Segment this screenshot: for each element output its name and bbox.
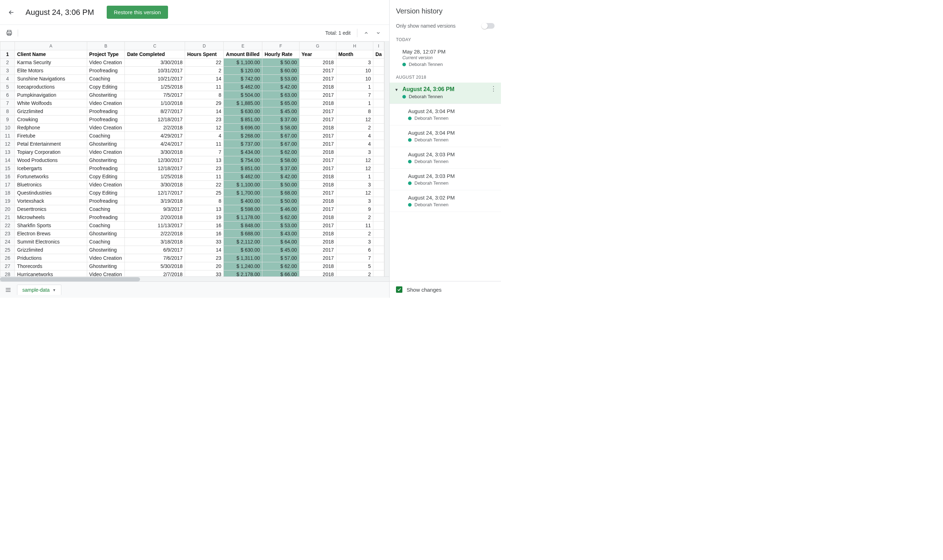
cell[interactable]: Proofreading	[87, 213, 125, 222]
cell[interactable]: $ 737.00	[224, 140, 262, 148]
all-sheets-icon[interactable]	[5, 286, 12, 294]
cell[interactable]: $ 45.00	[262, 108, 299, 115]
cell[interactable]: 8/27/2017	[125, 108, 185, 115]
row-header[interactable]: 26	[0, 254, 15, 262]
cell[interactable]	[373, 181, 384, 189]
cell[interactable]: Electron Brews	[15, 230, 87, 238]
cell[interactable]: Ghostwriting	[87, 156, 125, 165]
cell[interactable]: 2018	[299, 213, 336, 222]
cell[interactable]: 11	[185, 172, 223, 181]
cell[interactable]: 12/17/2017	[125, 189, 185, 197]
cell[interactable]: 3	[336, 181, 373, 189]
more-options-icon[interactable]: ⋮	[490, 88, 497, 90]
version-sub-item[interactable]: August 24, 3:04 PMDeborah Tennen	[389, 104, 501, 125]
cell[interactable]	[373, 189, 384, 197]
cell[interactable]: $ 67.00	[262, 132, 299, 140]
cell[interactable]: $ 598.00	[224, 205, 262, 213]
cell[interactable]: 2017	[299, 165, 336, 172]
cell[interactable]: 12	[336, 189, 373, 197]
cell[interactable]: 3	[336, 238, 373, 246]
cell[interactable]: 4	[336, 132, 373, 140]
version-item-selected[interactable]: ▼ August 24, 3:06 PM Deborah Tennen ⋮	[389, 83, 501, 103]
column-header[interactable]: B	[87, 42, 125, 50]
cell[interactable]: 4/29/2017	[125, 132, 185, 140]
horizontal-scrollbar[interactable]	[0, 277, 389, 282]
cell[interactable]: $ 66.00	[262, 271, 299, 277]
row-header[interactable]: 23	[0, 230, 15, 238]
cell[interactable]: 12/18/2017	[125, 115, 185, 124]
cell[interactable]: 11	[185, 83, 223, 91]
cell[interactable]: $ 462.00	[224, 83, 262, 91]
row-header[interactable]: 20	[0, 205, 15, 213]
cell[interactable]: 22	[185, 58, 223, 67]
cell[interactable]: $ 742.00	[224, 75, 262, 83]
version-sub-item[interactable]: August 24, 3:02 PMDeborah Tennen	[389, 190, 501, 212]
cell[interactable]: 2018	[299, 148, 336, 156]
sheet-tab[interactable]: sample-data ▼	[17, 285, 62, 295]
cell[interactable]: $ 1,885.00	[224, 99, 262, 108]
cell[interactable]: $ 50.00	[262, 181, 299, 189]
cell[interactable]: 23	[185, 254, 223, 262]
header-cell[interactable]: Hourly Rate	[262, 50, 299, 58]
expand-caret-icon[interactable]: ▼	[395, 88, 398, 92]
cell[interactable]: Wood Productions	[15, 156, 87, 165]
header-cell[interactable]: Client Name	[15, 50, 87, 58]
cell[interactable]: $ 45.00	[262, 246, 299, 254]
cell[interactable]: 10	[336, 67, 373, 75]
cell[interactable]: Proofreading	[87, 115, 125, 124]
cell[interactable]: 13	[185, 205, 223, 213]
cell[interactable]	[373, 91, 384, 99]
cell[interactable]: $ 62.00	[262, 213, 299, 222]
row-header[interactable]: 24	[0, 238, 15, 246]
cell[interactable]: 3	[336, 148, 373, 156]
cell[interactable]	[373, 230, 384, 238]
cell[interactable]: Coaching	[87, 238, 125, 246]
cell[interactable]: Microwheels	[15, 213, 87, 222]
cell[interactable]: 2/20/2018	[125, 213, 185, 222]
cell[interactable]: Coaching	[87, 75, 125, 83]
cell[interactable]: Karma Security	[15, 58, 87, 67]
row-header[interactable]: 19	[0, 197, 15, 205]
cell[interactable]: $ 58.00	[262, 156, 299, 165]
header-cell[interactable]: Date Completed	[125, 50, 185, 58]
column-header[interactable]: I	[373, 42, 384, 50]
cell[interactable]: 2/7/2018	[125, 271, 185, 277]
cell[interactable]: Ghostwriting	[87, 262, 125, 271]
cell[interactable]: 1	[336, 172, 373, 181]
spreadsheet-grid[interactable]: ABCDEFGHI1Client NameProject TypeDate Co…	[0, 42, 384, 277]
cell[interactable]: 7	[185, 148, 223, 156]
header-cell[interactable]: Project Type	[87, 50, 125, 58]
cell[interactable]: Video Creation	[87, 58, 125, 67]
cell[interactable]: $ 43.00	[262, 230, 299, 238]
cell[interactable]: 2/2/2018	[125, 124, 185, 132]
cell[interactable]: Thorecords	[15, 262, 87, 271]
version-sub-item[interactable]: August 24, 3:03 PMDeborah Tennen	[389, 147, 501, 169]
cell[interactable]: 16	[185, 222, 223, 230]
cell[interactable]: $ 42.00	[262, 83, 299, 91]
cell[interactable]: 2017	[299, 222, 336, 230]
cell[interactable]: 11	[185, 140, 223, 148]
cell[interactable]	[373, 99, 384, 108]
cell[interactable]: $ 46.00	[262, 205, 299, 213]
cell[interactable]: $ 58.00	[262, 124, 299, 132]
cell[interactable]	[373, 271, 384, 277]
cell[interactable]: Crowking	[15, 115, 87, 124]
cell[interactable]: 11	[336, 222, 373, 230]
column-header[interactable]: G	[299, 42, 336, 50]
cell[interactable]: 2017	[299, 132, 336, 140]
cell[interactable]: 3/30/2018	[125, 148, 185, 156]
row-header[interactable]: 17	[0, 181, 15, 189]
cell[interactable]: 2018	[299, 99, 336, 108]
row-header[interactable]: 2	[0, 58, 15, 67]
cell[interactable]	[373, 108, 384, 115]
cell[interactable]: $ 1,700.00	[224, 189, 262, 197]
cell[interactable]: 2	[336, 213, 373, 222]
cell[interactable]: 8	[185, 197, 223, 205]
cell[interactable]: 2017	[299, 108, 336, 115]
cell[interactable]: 33	[185, 271, 223, 277]
cell[interactable]: 14	[185, 75, 223, 83]
cell[interactable]: $ 851.00	[224, 115, 262, 124]
row-header[interactable]: 16	[0, 172, 15, 181]
cell[interactable]: $ 1,100.00	[224, 181, 262, 189]
cell[interactable]	[373, 148, 384, 156]
